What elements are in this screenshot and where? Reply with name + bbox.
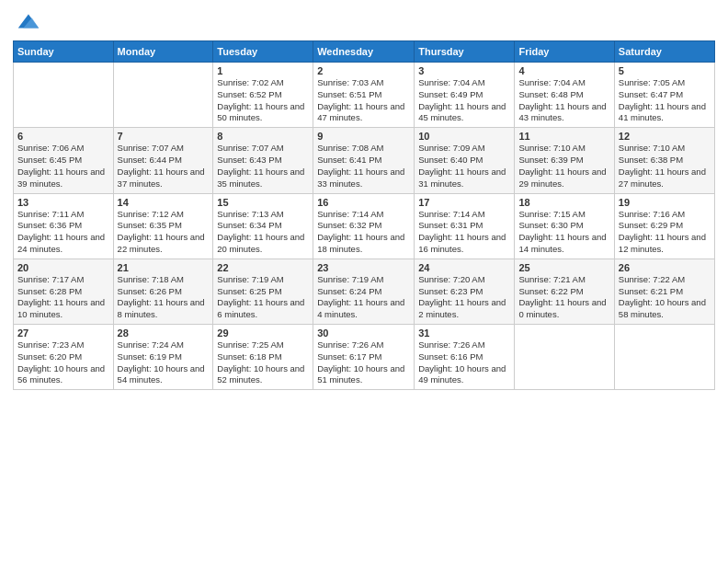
day-number: 18: [518, 197, 609, 208]
day-info: Sunrise: 7:23 AM Sunset: 6:20 PM Dayligh…: [17, 339, 109, 386]
calendar-cell: 3Sunrise: 7:04 AM Sunset: 6:49 PM Daylig…: [415, 63, 515, 128]
day-number: 24: [418, 262, 510, 273]
day-number: 11: [518, 131, 609, 142]
day-of-week-header: Tuesday: [213, 41, 313, 63]
calendar-week-row: 6Sunrise: 7:06 AM Sunset: 6:45 PM Daylig…: [14, 128, 715, 193]
calendar-cell: 27Sunrise: 7:23 AM Sunset: 6:20 PM Dayli…: [14, 325, 114, 390]
day-info: Sunrise: 7:06 AM Sunset: 6:45 PM Dayligh…: [17, 143, 109, 190]
day-info: Sunrise: 7:04 AM Sunset: 6:48 PM Dayligh…: [518, 77, 609, 124]
calendar-cell: 25Sunrise: 7:21 AM Sunset: 6:22 PM Dayli…: [515, 259, 614, 324]
day-info: Sunrise: 7:10 AM Sunset: 6:38 PM Dayligh…: [619, 143, 711, 190]
day-info: Sunrise: 7:17 AM Sunset: 6:28 PM Dayligh…: [17, 274, 109, 321]
day-info: Sunrise: 7:19 AM Sunset: 6:25 PM Dayligh…: [217, 274, 309, 321]
calendar-cell: 15Sunrise: 7:13 AM Sunset: 6:34 PM Dayli…: [213, 193, 313, 259]
day-number: 16: [317, 197, 410, 208]
calendar-cell: 2Sunrise: 7:03 AM Sunset: 6:51 PM Daylig…: [313, 63, 415, 128]
calendar-cell: 30Sunrise: 7:26 AM Sunset: 6:17 PM Dayli…: [313, 325, 415, 390]
calendar-cell: 29Sunrise: 7:25 AM Sunset: 6:18 PM Dayli…: [213, 325, 313, 390]
day-number: 12: [619, 131, 711, 142]
day-number: 23: [317, 262, 410, 273]
day-info: Sunrise: 7:10 AM Sunset: 6:39 PM Dayligh…: [518, 143, 609, 190]
calendar-cell: 26Sunrise: 7:22 AM Sunset: 6:21 PM Dayli…: [614, 259, 714, 324]
day-info: Sunrise: 7:16 AM Sunset: 6:29 PM Dayligh…: [619, 209, 711, 256]
day-number: 19: [619, 197, 711, 208]
day-number: 10: [418, 131, 510, 142]
header: [13, 9, 715, 35]
day-info: Sunrise: 7:09 AM Sunset: 6:40 PM Dayligh…: [418, 143, 510, 190]
logo-icon: [15, 9, 40, 35]
day-of-week-header: Sunday: [14, 41, 114, 63]
calendar-cell: 23Sunrise: 7:19 AM Sunset: 6:24 PM Dayli…: [313, 259, 415, 324]
calendar-cell: 28Sunrise: 7:24 AM Sunset: 6:19 PM Dayli…: [113, 325, 213, 390]
day-info: Sunrise: 7:18 AM Sunset: 6:26 PM Dayligh…: [118, 274, 210, 321]
page: SundayMondayTuesdayWednesdayThursdayFrid…: [0, 0, 728, 563]
day-number: 17: [418, 197, 510, 208]
day-info: Sunrise: 7:12 AM Sunset: 6:35 PM Dayligh…: [118, 209, 210, 256]
day-info: Sunrise: 7:11 AM Sunset: 6:36 PM Dayligh…: [17, 209, 109, 256]
calendar-week-row: 27Sunrise: 7:23 AM Sunset: 6:20 PM Dayli…: [14, 325, 715, 390]
calendar-cell: 1Sunrise: 7:02 AM Sunset: 6:52 PM Daylig…: [213, 63, 313, 128]
day-number: 6: [17, 131, 109, 142]
day-number: 3: [418, 65, 510, 76]
day-number: 14: [118, 197, 210, 208]
calendar-cell: 8Sunrise: 7:07 AM Sunset: 6:43 PM Daylig…: [213, 128, 313, 193]
day-info: Sunrise: 7:14 AM Sunset: 6:32 PM Dayligh…: [317, 209, 410, 256]
day-info: Sunrise: 7:19 AM Sunset: 6:24 PM Dayligh…: [317, 274, 410, 321]
day-of-week-header: Wednesday: [313, 41, 415, 63]
calendar-table: SundayMondayTuesdayWednesdayThursdayFrid…: [13, 40, 715, 390]
calendar-cell: 22Sunrise: 7:19 AM Sunset: 6:25 PM Dayli…: [213, 259, 313, 324]
day-number: 7: [118, 131, 210, 142]
calendar-cell: [14, 63, 114, 128]
day-number: 8: [217, 131, 309, 142]
day-number: 1: [217, 65, 309, 76]
day-number: 26: [619, 262, 711, 273]
calendar-cell: [113, 63, 213, 128]
day-info: Sunrise: 7:22 AM Sunset: 6:21 PM Dayligh…: [619, 274, 711, 321]
calendar-cell: 17Sunrise: 7:14 AM Sunset: 6:31 PM Dayli…: [415, 193, 515, 259]
day-info: Sunrise: 7:07 AM Sunset: 6:44 PM Dayligh…: [118, 143, 210, 190]
logo: [13, 9, 40, 35]
day-number: 31: [418, 327, 510, 339]
day-of-week-header: Saturday: [614, 41, 714, 63]
day-number: 4: [518, 65, 609, 76]
calendar-cell: 20Sunrise: 7:17 AM Sunset: 6:28 PM Dayli…: [14, 259, 114, 324]
day-info: Sunrise: 7:26 AM Sunset: 6:16 PM Dayligh…: [418, 339, 510, 386]
day-info: Sunrise: 7:25 AM Sunset: 6:18 PM Dayligh…: [217, 339, 309, 386]
calendar-week-row: 1Sunrise: 7:02 AM Sunset: 6:52 PM Daylig…: [14, 63, 715, 128]
day-info: Sunrise: 7:14 AM Sunset: 6:31 PM Dayligh…: [418, 209, 510, 256]
calendar-cell: 7Sunrise: 7:07 AM Sunset: 6:44 PM Daylig…: [113, 128, 213, 193]
day-info: Sunrise: 7:26 AM Sunset: 6:17 PM Dayligh…: [317, 339, 410, 386]
day-number: 25: [518, 262, 609, 273]
day-number: 5: [619, 65, 711, 76]
calendar-cell: [515, 325, 614, 390]
day-of-week-header: Thursday: [415, 41, 515, 63]
calendar-week-row: 13Sunrise: 7:11 AM Sunset: 6:36 PM Dayli…: [14, 193, 715, 259]
day-number: 29: [217, 327, 309, 339]
calendar-cell: 21Sunrise: 7:18 AM Sunset: 6:26 PM Dayli…: [113, 259, 213, 324]
day-number: 15: [217, 197, 309, 208]
calendar-cell: 14Sunrise: 7:12 AM Sunset: 6:35 PM Dayli…: [113, 193, 213, 259]
day-number: 30: [317, 327, 410, 339]
day-info: Sunrise: 7:20 AM Sunset: 6:23 PM Dayligh…: [418, 274, 510, 321]
calendar-header-row: SundayMondayTuesdayWednesdayThursdayFrid…: [14, 41, 715, 63]
calendar-cell: 16Sunrise: 7:14 AM Sunset: 6:32 PM Dayli…: [313, 193, 415, 259]
day-info: Sunrise: 7:08 AM Sunset: 6:41 PM Dayligh…: [317, 143, 410, 190]
day-number: 20: [17, 262, 109, 273]
day-number: 13: [17, 197, 109, 208]
day-number: 21: [118, 262, 210, 273]
calendar-cell: 5Sunrise: 7:05 AM Sunset: 6:47 PM Daylig…: [614, 63, 714, 128]
day-info: Sunrise: 7:24 AM Sunset: 6:19 PM Dayligh…: [118, 339, 210, 386]
calendar-cell: 12Sunrise: 7:10 AM Sunset: 6:38 PM Dayli…: [614, 128, 714, 193]
day-number: 28: [118, 327, 210, 339]
day-info: Sunrise: 7:05 AM Sunset: 6:47 PM Dayligh…: [619, 77, 711, 124]
calendar-week-row: 20Sunrise: 7:17 AM Sunset: 6:28 PM Dayli…: [14, 259, 715, 324]
calendar-cell: [614, 325, 714, 390]
calendar-cell: 4Sunrise: 7:04 AM Sunset: 6:48 PM Daylig…: [515, 63, 614, 128]
calendar-cell: 24Sunrise: 7:20 AM Sunset: 6:23 PM Dayli…: [415, 259, 515, 324]
day-number: 2: [317, 65, 410, 76]
calendar-cell: 11Sunrise: 7:10 AM Sunset: 6:39 PM Dayli…: [515, 128, 614, 193]
calendar-cell: 18Sunrise: 7:15 AM Sunset: 6:30 PM Dayli…: [515, 193, 614, 259]
day-info: Sunrise: 7:03 AM Sunset: 6:51 PM Dayligh…: [317, 77, 410, 124]
day-info: Sunrise: 7:07 AM Sunset: 6:43 PM Dayligh…: [217, 143, 309, 190]
calendar-cell: 13Sunrise: 7:11 AM Sunset: 6:36 PM Dayli…: [14, 193, 114, 259]
